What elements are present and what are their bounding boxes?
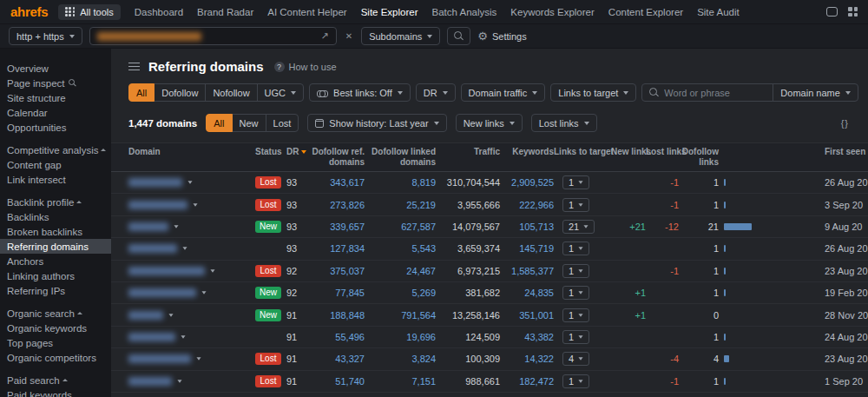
topnav-item-content-explorer[interactable]: Content Explorer (608, 7, 683, 17)
new-links-select[interactable]: New links (456, 114, 523, 132)
dofollow-linked-domains-link[interactable]: 3,824 (365, 354, 436, 364)
dofollow-linked-domains-link[interactable]: 19,696 (365, 332, 436, 342)
word-search-input[interactable] (664, 88, 766, 98)
show-history-select[interactable]: Show history: Last year (307, 114, 446, 132)
keywords-link[interactable]: 14,322 (500, 354, 554, 364)
best-links-filter[interactable]: Best links: Off (309, 83, 411, 102)
chevron-down-icon[interactable] (201, 291, 206, 294)
keywords-link[interactable]: 222,966 (500, 200, 554, 210)
word-search-box[interactable] (641, 83, 773, 102)
sidebar-item-organic-competitors[interactable]: Organic competitors (0, 350, 111, 365)
lost-links-select[interactable]: Lost links (531, 114, 597, 132)
sidebar-item-backlinks[interactable]: Backlinks (0, 209, 111, 224)
domain-name-select[interactable]: Domain name (773, 83, 858, 102)
col-dofollow-linked-domains[interactable]: Dofollow linked domains (365, 147, 436, 168)
domain-traffic-filter[interactable]: Domain traffic (461, 83, 546, 102)
target-url-input[interactable] (89, 27, 337, 45)
all-tools-button[interactable]: All tools (58, 4, 121, 20)
domain-cell[interactable] (128, 222, 255, 231)
dofollow-ref-domains-link[interactable]: 77,845 (311, 288, 365, 298)
chevron-down-icon[interactable] (210, 269, 214, 272)
table-row[interactable]: Lost 93 273,826 25,219 3,955,666 222,966… (111, 194, 868, 215)
domain-cell[interactable] (128, 333, 255, 341)
keywords-link[interactable]: 1,585,377 (500, 266, 554, 276)
col-domain[interactable]: Domain (128, 147, 255, 157)
dofollow-ref-domains-link[interactable]: 51,740 (311, 376, 365, 387)
dofollow-linked-domains-link[interactable]: 24,467 (365, 266, 436, 276)
sidebar-item-opportunities[interactable]: Opportunities (0, 120, 111, 135)
topnav-item-brand-radar[interactable]: Brand Radar (197, 7, 253, 17)
table-row[interactable]: Lost 93 343,617 8,819 310,704,544 2,909,… (111, 172, 868, 194)
chevron-down-icon[interactable] (196, 358, 201, 361)
sidebar-item-site-structure[interactable]: Site structure (0, 90, 111, 105)
topnav-item-keywords-explorer[interactable]: Keywords Explorer (510, 7, 595, 17)
links-to-target-select[interactable]: 1 (562, 264, 589, 278)
domain-cell[interactable] (128, 178, 255, 187)
table-row[interactable]: New 91 188,848 791,564 13,258,146 351,00… (111, 304, 868, 326)
dofollow-ref-domains-link[interactable]: 127,834 (311, 243, 365, 254)
col-first-seen[interactable]: First seen (825, 147, 868, 157)
col-dofollow-links[interactable]: Dofollow links (679, 147, 719, 168)
topnav-item-site-audit[interactable]: Site Audit (697, 7, 740, 17)
status-tab-all[interactable]: All (206, 114, 232, 132)
domain-cell[interactable] (128, 311, 255, 320)
chevron-down-icon[interactable] (168, 314, 173, 316)
col-keywords[interactable]: Keywords (500, 147, 554, 157)
chevron-down-icon[interactable] (177, 380, 181, 382)
sidebar-item-paid-search[interactable]: Paid search (0, 373, 111, 387)
chevron-down-icon[interactable] (174, 225, 178, 228)
how-to-use-link[interactable]: How to use (274, 62, 337, 72)
sidebar-item-anchors[interactable]: Anchors (0, 254, 111, 268)
filter-dofollow-button[interactable]: Dofollow (154, 83, 206, 102)
keywords-link[interactable]: 145,719 (500, 243, 554, 254)
keywords-link[interactable]: 105,713 (500, 222, 554, 232)
sidebar-item-link-intersect[interactable]: Link intersect (0, 172, 111, 187)
sidebar-item-calendar[interactable]: Calendar (0, 105, 111, 120)
protocol-select[interactable]: http + https (9, 27, 82, 45)
code-view-icon[interactable]: {} (841, 118, 849, 129)
dofollow-ref-domains-link[interactable]: 343,617 (311, 177, 365, 188)
links-to-target-select[interactable]: 1 (562, 198, 589, 212)
dofollow-ref-domains-link[interactable]: 188,848 (311, 310, 365, 321)
col-dr[interactable]: DR (286, 147, 311, 157)
links-to-target-filter[interactable]: Links to target (550, 83, 636, 102)
keywords-link[interactable]: 2,909,525 (500, 177, 554, 188)
table-row[interactable]: 91 55,496 19,696 124,509 43,382 1 1 24 A… (111, 327, 868, 348)
sidebar-item-broken-backlinks[interactable]: Broken backlinks (0, 224, 111, 239)
keywords-link[interactable]: 182,472 (500, 376, 554, 387)
filter-nofollow-button[interactable]: Nofollow (205, 83, 257, 102)
menu-icon[interactable] (128, 63, 140, 70)
chevron-down-icon[interactable] (193, 203, 197, 206)
chevron-down-icon[interactable] (181, 335, 185, 338)
external-link-icon[interactable] (321, 30, 329, 42)
domain-cell[interactable] (128, 288, 255, 297)
apps-icon[interactable] (848, 7, 858, 17)
clear-icon[interactable] (344, 31, 354, 41)
dofollow-linked-domains-link[interactable]: 627,587 (365, 222, 436, 232)
add-filter-button[interactable]: Add filter (864, 87, 868, 98)
col-lost-links[interactable]: Lost links (646, 147, 679, 157)
dofollow-linked-domains-link[interactable]: 791,564 (365, 310, 436, 321)
dofollow-linked-domains-link[interactable]: 25,219 (365, 200, 436, 210)
col-links-to-target[interactable]: Links to target (554, 147, 611, 157)
dofollow-linked-domains-link[interactable]: 5,269 (365, 288, 436, 298)
filter-ugc-button[interactable]: UGC (257, 83, 304, 102)
ahrefs-logo[interactable]: ahrefs (10, 4, 48, 19)
col-status[interactable]: Status (255, 147, 286, 157)
links-to-target-select[interactable]: 1 (562, 175, 589, 189)
links-to-target-select[interactable]: 1 (562, 308, 589, 322)
sidebar-item-organic-keywords[interactable]: Organic keywords (0, 321, 111, 335)
domain-cell[interactable] (128, 377, 255, 386)
sidebar-item-competitive-analysis[interactable]: Competitive analysis (0, 142, 111, 157)
topnav-item-batch-analysis[interactable]: Batch Analysis (432, 7, 497, 17)
dofollow-ref-domains-link[interactable]: 55,496 (311, 332, 365, 342)
filter-all-button[interactable]: All (128, 83, 155, 102)
col-dofollow-ref-domains[interactable]: Dofollow ref. domains (311, 147, 365, 168)
dofollow-ref-domains-link[interactable]: 273,826 (311, 200, 365, 210)
settings-button[interactable]: Settings (477, 30, 526, 42)
topnav-item-ai-content-helper[interactable]: AI Content Helper (267, 7, 346, 17)
table-row[interactable]: Lost 92 375,037 24,467 6,973,215 1,585,3… (111, 261, 868, 282)
domain-cell[interactable] (128, 354, 255, 363)
keywords-link[interactable]: 24,835 (500, 288, 554, 298)
links-to-target-select[interactable]: 4 (562, 352, 589, 366)
